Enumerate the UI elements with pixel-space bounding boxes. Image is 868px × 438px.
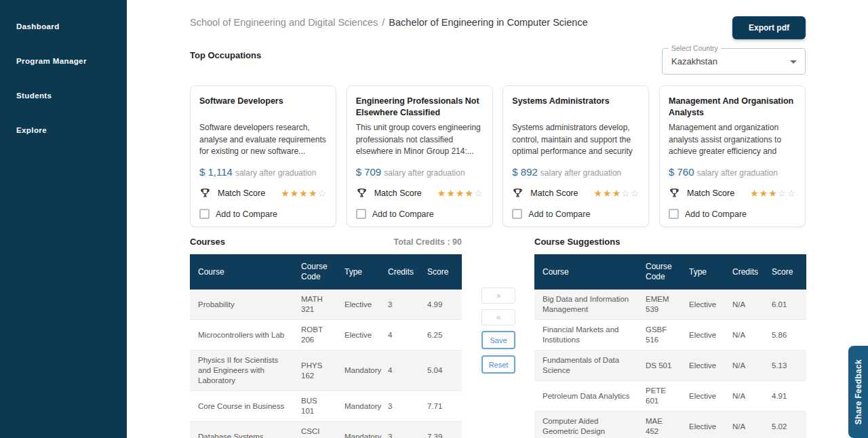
course-row[interactable]: Physics II for Scientists and Engineers …: [190, 351, 462, 391]
course-type: Mandatory: [336, 397, 380, 416]
add-to-compare[interactable]: Add to Compare: [512, 209, 639, 219]
compare-label: Add to Compare: [685, 210, 747, 219]
course-name: Petroleum Data Analytics: [534, 386, 637, 406]
star-filled-icon: ★: [299, 188, 309, 199]
occupation-card: Engineering Professionals Not Elsewhere …: [347, 85, 493, 227]
course-credits: 3: [380, 295, 419, 315]
course-name: Financial Markets and Institutions: [534, 320, 637, 350]
suggestion-row[interactable]: Fundamentals of Data Science DS 501 Elec…: [534, 351, 806, 381]
course-score: 5.02: [764, 417, 806, 437]
star-filled-icon: ★: [594, 188, 604, 199]
occupation-description: Systems administrators develop, control,…: [512, 122, 639, 159]
course-type: Elective: [336, 325, 380, 345]
compare-checkbox[interactable]: [512, 209, 522, 219]
salary-suffix: salary after graduation: [235, 168, 316, 178]
suggestion-row[interactable]: Big Data and Information Management EMEM…: [534, 290, 806, 320]
occupation-description: Management and organization analysts ass…: [669, 122, 796, 159]
suggestions-table-body: Big Data and Information Management EMEM…: [534, 290, 806, 438]
occupation-title: Engineering Professionals Not Elsewhere …: [356, 96, 484, 121]
salary-suffix: salary after graduation: [697, 168, 778, 178]
col-course: Course: [190, 264, 293, 280]
course-code: MAE 452: [637, 412, 681, 438]
col-credits: Credits: [380, 264, 419, 280]
match-score-row: Match Score ★★★☆☆: [512, 187, 639, 199]
course-code: GSBF 516: [637, 320, 681, 350]
course-name: Fundamentals of Data Science: [534, 351, 637, 380]
reset-button[interactable]: Reset: [481, 355, 515, 374]
suggestion-row[interactable]: Computer Aided Geometric Design MAE 452 …: [534, 412, 806, 438]
add-to-compare[interactable]: Add to Compare: [199, 209, 327, 219]
sidebar-item[interactable]: Dashboard: [0, 22, 127, 31]
compare-checkbox[interactable]: [356, 209, 366, 219]
move-left-button[interactable]: «: [481, 309, 515, 325]
course-type: Mandatory: [336, 361, 380, 380]
sidebar-item[interactable]: Students: [0, 92, 127, 100]
export-pdf-button[interactable]: Export pdf: [732, 16, 806, 39]
add-to-compare[interactable]: Add to Compare: [356, 209, 484, 219]
occupation-card: Management And Organisation Analysts Man…: [659, 85, 806, 227]
breadcrumb: School of Engineering and Digital Scienc…: [190, 17, 588, 28]
course-credits: 4: [380, 325, 419, 345]
country-select-label: Select Country: [669, 44, 721, 52]
course-type: Elective: [681, 295, 724, 315]
star-filled-icon: ★: [456, 188, 465, 199]
course-type: Mandatory: [336, 427, 380, 438]
compare-checkbox[interactable]: [199, 209, 210, 219]
course-row[interactable]: Database Systems CSCI 341 Mandatory 3 7.…: [190, 422, 462, 438]
col-course: Course: [534, 264, 637, 280]
country-select[interactable]: Select Country Kazakhstan: [662, 48, 806, 75]
star-filled-icon: ★: [603, 188, 612, 199]
course-score: 4.91: [764, 386, 806, 406]
star-empty-icon: ☆: [621, 188, 631, 199]
star-filled-icon: ★: [750, 188, 760, 199]
col-score: Score: [419, 264, 462, 280]
star-filled-icon: ★: [760, 188, 769, 199]
col-type: Type: [336, 264, 380, 280]
course-type: Elective: [681, 417, 724, 437]
star-filled-icon: ★: [309, 188, 318, 199]
course-score: 5.04: [419, 361, 462, 380]
course-row[interactable]: Core Course in Business BUS 101 Mandator…: [190, 391, 462, 422]
course-score: 6.01: [764, 295, 806, 315]
compare-checkbox[interactable]: [669, 209, 679, 219]
trophy-icon: [512, 187, 524, 199]
courses-heading: Courses: [190, 237, 225, 247]
course-score: 4.99: [419, 295, 462, 315]
col-course-code: Course Code: [637, 259, 681, 285]
course-type: Elective: [336, 295, 380, 315]
share-feedback-button[interactable]: Share Feedback: [848, 346, 868, 438]
course-row[interactable]: Probability MATH 321 Elective 3 4.99: [190, 290, 462, 320]
sidebar-item[interactable]: Program Manager: [0, 57, 127, 65]
suggestion-row[interactable]: Financial Markets and Institutions GSBF …: [534, 320, 806, 351]
course-code: EMEM 539: [637, 290, 681, 319]
course-code: PHYS 162: [293, 356, 336, 386]
match-score-row: Match Score ★★★★☆: [356, 187, 484, 199]
course-type: Elective: [681, 356, 724, 376]
course-score: 7.39: [419, 427, 462, 438]
star-filled-icon: ★: [437, 188, 447, 199]
sidebar: Dashboard Program Manager Students Explo…: [0, 0, 127, 438]
course-score: 5.86: [764, 325, 806, 345]
course-row[interactable]: Microcontrollers with Lab ROBT 206 Elect…: [190, 320, 462, 351]
salary-value: $ 709: [356, 166, 382, 178]
col-credits: Credits: [724, 264, 764, 280]
star-empty-icon: ☆: [474, 188, 484, 199]
save-button[interactable]: Save: [481, 331, 515, 349]
chevron-down-icon: [790, 60, 797, 64]
course-name: Computer Aided Geometric Design: [534, 412, 637, 438]
occupation-card: Software Developers Software developers …: [190, 85, 336, 227]
add-to-compare[interactable]: Add to Compare: [669, 209, 796, 219]
courses-table-body: Probability MATH 321 Elective 3 4.99 Mic…: [190, 290, 462, 438]
course-code: CSCI 341: [293, 422, 336, 438]
top-occupations-heading: Top Occupations: [190, 50, 261, 60]
star-rating: ★★★★☆: [437, 188, 484, 199]
match-score-label: Match Score: [218, 188, 265, 198]
course-score: 7.71: [419, 397, 462, 416]
courses-table-header: Course Course Code Type Credits Score: [190, 254, 462, 290]
col-course-code: Course Code: [293, 259, 336, 285]
move-right-button[interactable]: »: [481, 287, 515, 304]
breadcrumb-parent-link[interactable]: School of Engineering and Digital Scienc…: [190, 17, 378, 28]
courses-table: Course Course Code Type Credits Score Pr…: [190, 254, 462, 438]
sidebar-item[interactable]: Explore: [0, 126, 127, 134]
suggestion-row[interactable]: Petroleum Data Analytics PETE 601 Electi…: [534, 381, 806, 412]
